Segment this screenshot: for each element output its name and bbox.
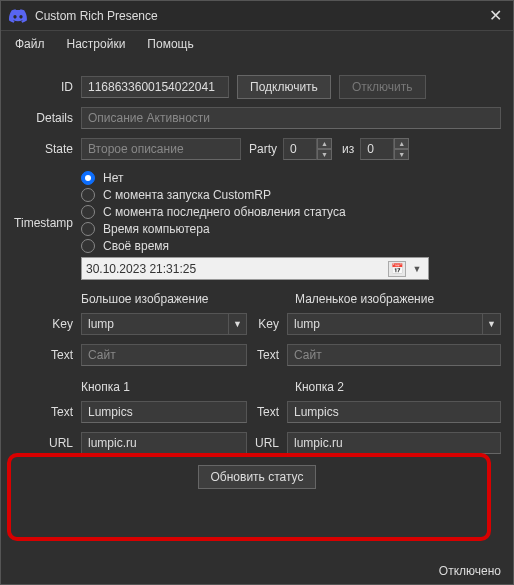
menu-settings[interactable]: Настройки — [57, 33, 136, 55]
radio-since-update-label: С момента последнего обновления статуса — [103, 205, 346, 219]
id-input[interactable] — [81, 76, 229, 98]
window-title: Custom Rich Presence — [35, 9, 485, 23]
menubar: Файл Настройки Помощь — [1, 31, 513, 57]
big-key-value: lump — [82, 317, 228, 331]
state-input[interactable] — [81, 138, 241, 160]
party-of-label: из — [342, 142, 354, 156]
btn2-url-label: URL — [247, 436, 287, 450]
id-label: ID — [13, 80, 81, 94]
state-label: State — [13, 142, 81, 156]
datetime-dropdown-icon[interactable]: ▼ — [410, 264, 424, 274]
calendar-icon[interactable]: 📅 — [388, 261, 406, 277]
party-cur-down[interactable]: ▼ — [317, 149, 332, 160]
chevron-down-icon[interactable]: ▼ — [482, 314, 500, 334]
disconnect-button[interactable]: Отключить — [339, 75, 426, 99]
small-key-combo[interactable]: lump ▼ — [287, 313, 501, 335]
menu-help[interactable]: Помощь — [137, 33, 203, 55]
radio-custom-label: Своё время — [103, 239, 169, 253]
party-current-spinner[interactable]: ▲▼ — [283, 138, 332, 160]
btn1-text-label: Text — [13, 405, 81, 419]
big-image-header: Большое изображение — [81, 292, 287, 306]
button1-header: Кнопка 1 — [81, 380, 287, 394]
party-label: Party — [249, 142, 277, 156]
small-key-value: lump — [288, 317, 482, 331]
party-max-down[interactable]: ▼ — [394, 149, 409, 160]
small-image-header: Маленькое изображение — [295, 292, 501, 306]
details-input[interactable] — [81, 107, 501, 129]
details-label: Details — [13, 111, 81, 125]
app-window: Custom Rich Presence ✕ Файл Настройки По… — [0, 0, 514, 585]
radio-none[interactable] — [81, 171, 95, 185]
body: ID Подключить Отключить Details State Pa… — [1, 57, 513, 584]
radio-since-launch[interactable] — [81, 188, 95, 202]
text-label-big: Text — [13, 348, 81, 362]
radio-pc-time-label: Время компьютера — [103, 222, 210, 236]
radio-since-update[interactable] — [81, 205, 95, 219]
close-button[interactable]: ✕ — [485, 6, 505, 26]
party-cur-up[interactable]: ▲ — [317, 138, 332, 149]
big-text-input[interactable] — [81, 344, 247, 366]
radio-since-launch-label: С момента запуска CustomRP — [103, 188, 271, 202]
key-label-big: Key — [13, 317, 81, 331]
button2-header: Кнопка 2 — [295, 380, 501, 394]
menu-file[interactable]: Файл — [5, 33, 55, 55]
btn1-url-input[interactable] — [81, 432, 247, 454]
party-current-input[interactable] — [283, 138, 317, 160]
text-label-small: Text — [247, 348, 287, 362]
big-key-combo[interactable]: lump ▼ — [81, 313, 247, 335]
radio-none-label: Нет — [103, 171, 123, 185]
party-max-spinner[interactable]: ▲▼ — [360, 138, 409, 160]
radio-pc-time[interactable] — [81, 222, 95, 236]
datetime-value: 30.10.2023 21:31:25 — [86, 262, 388, 276]
party-max-input[interactable] — [360, 138, 394, 160]
btn2-text-label: Text — [247, 405, 287, 419]
radio-custom[interactable] — [81, 239, 95, 253]
titlebar: Custom Rich Presence ✕ — [1, 1, 513, 31]
btn1-url-label: URL — [13, 436, 81, 450]
timestamp-label: Timestamp — [13, 168, 81, 230]
update-status-button[interactable]: Обновить статус — [198, 465, 317, 489]
chevron-down-icon[interactable]: ▼ — [228, 314, 246, 334]
status-text: Отключено — [439, 564, 501, 578]
party-max-up[interactable]: ▲ — [394, 138, 409, 149]
key-label-small: Key — [247, 317, 287, 331]
btn2-url-input[interactable] — [287, 432, 501, 454]
datetime-picker[interactable]: 30.10.2023 21:31:25 📅 ▼ — [81, 257, 429, 280]
btn1-text-input[interactable] — [81, 401, 247, 423]
btn2-text-input[interactable] — [287, 401, 501, 423]
discord-icon — [9, 7, 27, 25]
small-text-input[interactable] — [287, 344, 501, 366]
connect-button[interactable]: Подключить — [237, 75, 331, 99]
